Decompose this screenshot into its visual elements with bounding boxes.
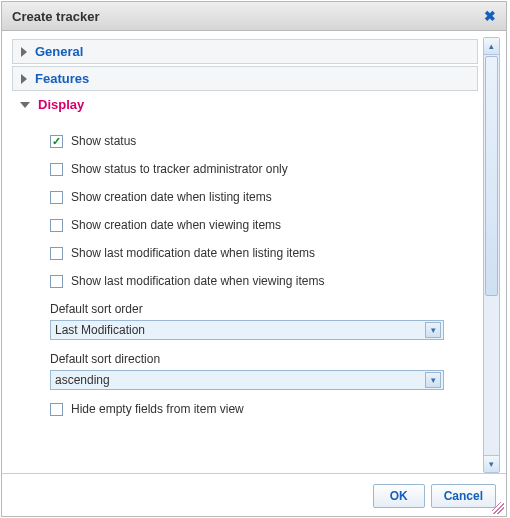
checkbox-label: Show status [71,134,136,148]
checkbox-label: Hide empty fields from item view [71,402,244,416]
dialog-body: General Features Display ✓ Show status S… [8,37,500,473]
section-general-label: General [35,44,83,59]
checkbox-mod-date-listing[interactable] [50,247,63,260]
display-fields: ✓ Show status Show status to tracker adm… [12,118,478,416]
checkbox-creation-date-listing[interactable] [50,191,63,204]
checkbox-show-status-admin[interactable] [50,163,63,176]
checkbox-show-status[interactable]: ✓ [50,135,63,148]
section-display-label: Display [38,97,84,112]
checkbox-label: Show creation date when listing items [71,190,272,204]
checkbox-row: Show last modification date when viewing… [50,274,468,288]
dialog-titlebar: Create tracker ✖ [2,2,506,31]
checkbox-row: Show creation date when viewing items [50,218,468,232]
default-sort-direction-select[interactable]: ascending ▾ [50,370,444,390]
checkbox-hide-empty[interactable] [50,403,63,416]
dialog-title: Create tracker [12,9,99,24]
chevron-right-icon [21,47,27,57]
chevron-down-icon: ▾ [425,322,441,338]
checkbox-creation-date-viewing[interactable] [50,219,63,232]
default-sort-order-select[interactable]: Last Modification ▾ [50,320,444,340]
ok-button[interactable]: OK [373,484,425,508]
section-display[interactable]: Display [12,93,478,116]
checkbox-label: Show last modification date when listing… [71,246,315,260]
section-features[interactable]: Features [12,66,478,91]
checkbox-row: Hide empty fields from item view [50,402,468,416]
resize-grip-icon[interactable] [490,500,504,514]
checkbox-row: Show status to tracker administrator onl… [50,162,468,176]
close-icon[interactable]: ✖ [484,8,496,24]
scrollbar-track[interactable] [485,55,498,455]
scroll-down-icon[interactable]: ▾ [484,455,499,472]
section-general[interactable]: General [12,39,478,64]
dialog-scroll-content: General Features Display ✓ Show status S… [8,37,482,473]
default-sort-direction-label: Default sort direction [50,352,468,366]
dialog-footer: OK Cancel [2,473,506,516]
checkbox-label: Show last modification date when viewing… [71,274,324,288]
section-features-label: Features [35,71,89,86]
chevron-down-icon: ▾ [425,372,441,388]
checkbox-row: ✓ Show status [50,134,468,148]
checkbox-row: Show last modification date when listing… [50,246,468,260]
select-value: Last Modification [55,323,145,337]
scrollbar-thumb[interactable] [485,56,498,296]
scroll-up-icon[interactable]: ▴ [484,38,499,55]
scrollbar[interactable]: ▴ ▾ [483,37,500,473]
chevron-down-icon [20,102,30,108]
default-sort-order-label: Default sort order [50,302,468,316]
cancel-button[interactable]: Cancel [431,484,496,508]
checkbox-label: Show status to tracker administrator onl… [71,162,288,176]
create-tracker-dialog: Create tracker ✖ General Features Displa… [1,1,507,517]
select-value: ascending [55,373,110,387]
checkbox-row: Show creation date when listing items [50,190,468,204]
checkbox-mod-date-viewing[interactable] [50,275,63,288]
chevron-right-icon [21,74,27,84]
checkbox-label: Show creation date when viewing items [71,218,281,232]
